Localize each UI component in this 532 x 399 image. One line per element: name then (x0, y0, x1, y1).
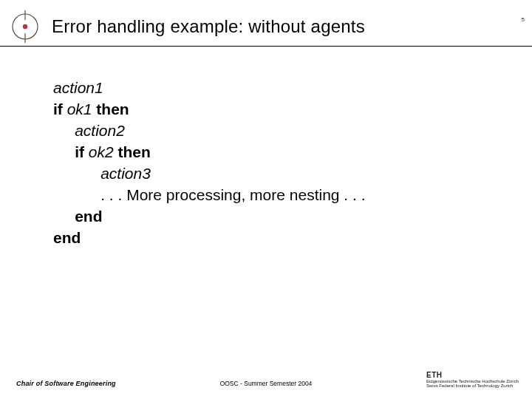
code-text: action2 (75, 122, 125, 139)
svg-point-1 (23, 24, 27, 29)
eth-logo-text: ETH (426, 371, 519, 379)
code-text: ok1 (67, 100, 92, 117)
code-keyword: if (75, 143, 89, 160)
code-text: action1 (53, 79, 103, 96)
code-text: . . . More processing, more nesting . . … (100, 186, 365, 203)
code-text: ok2 (89, 143, 114, 160)
page-number: 5 (522, 16, 525, 23)
eth-subtitle: Swiss Federal Institute of Technology Zu… (426, 383, 519, 389)
code-keyword: then (92, 100, 129, 117)
code-keyword: end (75, 208, 102, 225)
code-block: action1 if ok1 then action2 if ok2 then … (53, 78, 366, 249)
code-keyword: then (114, 143, 151, 160)
slide: Error handling example: without agents 5… (0, 0, 532, 399)
slide-header: Error handling example: without agents (0, 10, 532, 43)
code-keyword: if (53, 100, 67, 117)
code-text: action3 (100, 165, 151, 182)
footer-right: ETH Eidgenössische Technische Hochschule… (426, 371, 519, 389)
slide-title: Error handling example: without agents (52, 16, 365, 37)
header-divider (0, 46, 532, 47)
logo-icon (9, 10, 41, 43)
code-keyword: end (53, 229, 81, 246)
eth-subtitle: Eidgenössische Technische Hochschule Zür… (426, 379, 519, 384)
